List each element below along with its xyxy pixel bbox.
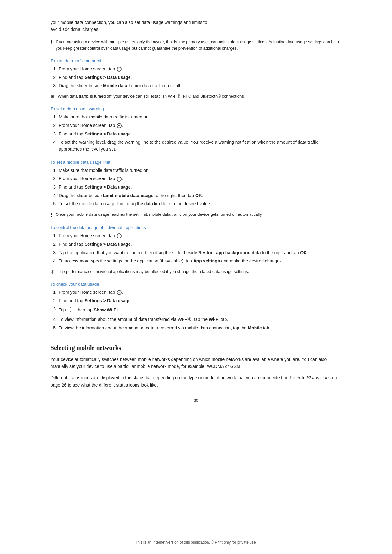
section-heading-limit: To set a mobile data usage limit	[51, 160, 341, 165]
tip-star-icon-control: ✳	[51, 269, 55, 275]
page: your mobile data connection, you can als…	[0, 0, 392, 554]
section-warning: To set a data usage warning 1 Make sure …	[51, 106, 341, 153]
section-selecting-mobile: Selecting mobile networks Your device au…	[51, 344, 341, 389]
step-ch1: 1 From your Home screen, tap .	[51, 289, 341, 296]
step-c1: 1 From your Home screen, tap .	[51, 232, 341, 239]
home-screen-icon-w2	[117, 123, 122, 128]
tip-block-control: ✳ The performance of individual applicat…	[51, 268, 341, 275]
step-3: 3 Drag the slider beside Mobile data to …	[51, 82, 341, 89]
step-w3: 3 Find and tap Settings > Data usage.	[51, 131, 341, 138]
section-check: To check your data usage 1 From your Hom…	[51, 282, 341, 332]
home-screen-icon-l2	[117, 177, 122, 182]
section-control: To control the data usage of individual …	[51, 225, 341, 275]
section-heading-check: To check your data usage	[51, 282, 341, 286]
steps-list-control: 1 From your Home screen, tap . 2 Find an…	[51, 232, 341, 265]
selecting-mobile-para2: Different status icons are displayed in …	[51, 374, 341, 388]
step-ch4: 4 To view information about the amount o…	[51, 316, 341, 323]
home-screen-icon-ch1	[117, 290, 122, 295]
step-l4: 4 Drag the slider beside Limit mobile da…	[51, 192, 341, 199]
step-ch5: 5 To view the information about the amou…	[51, 325, 341, 332]
note-block-limit: ! Once your mobile data usage reaches th…	[51, 211, 341, 218]
step-w2: 2 From your Home screen, tap .	[51, 122, 341, 129]
step-ch3: 3 Tap ⋮, then tap Show Wi-Fi.	[51, 306, 341, 315]
step-2: 2 Find and tap Settings > Data usage.	[51, 74, 341, 81]
step-l3: 3 Find and tap Settings > Data usage.	[51, 184, 341, 191]
exclamation-icon-limit: !	[51, 212, 52, 218]
note-block-multiuser: ! If you are using a device with multipl…	[51, 39, 341, 51]
section-title-selecting-mobile: Selecting mobile networks	[51, 344, 341, 352]
page-footer: This is an Internet version of this publ…	[0, 540, 392, 545]
steps-list-check: 1 From your Home screen, tap . 2 Find an…	[51, 289, 341, 332]
section-limit: To set a mobile data usage limit 1 Make …	[51, 160, 341, 218]
step-ch2: 2 Find and tap Settings > Data usage.	[51, 298, 341, 304]
steps-list-limit: 1 Make sure that mobile data traffic is …	[51, 167, 341, 208]
step-1: 1 From your Home screen, tap .	[51, 66, 341, 73]
menu-dots-icon: ⋮	[68, 306, 73, 315]
home-screen-icon-c1	[117, 233, 122, 238]
section-heading-warning: To set a data usage warning	[51, 106, 341, 111]
step-l2: 2 From your Home screen, tap .	[51, 175, 341, 182]
step-c3: 3 Tap the application that you want to c…	[51, 250, 341, 256]
section-heading-control: To control the data usage of individual …	[51, 225, 341, 230]
step-w4: 4 To set the warning level, drag the war…	[51, 139, 341, 153]
steps-list-warning: 1 Make sure that mobile data traffic is …	[51, 114, 341, 153]
step-l1: 1 Make sure that mobile data traffic is …	[51, 167, 341, 174]
page-number: 36	[51, 398, 341, 403]
home-screen-icon	[117, 67, 122, 72]
step-w1: 1 Make sure that mobile data traffic is …	[51, 114, 341, 121]
step-c2: 2 Find and tap Settings > Data usage.	[51, 241, 341, 248]
tip-star-icon: ✳	[51, 94, 55, 99]
section-turn-data: To turn data traffic on or off 1 From yo…	[51, 58, 341, 99]
intro-text: your mobile data connection, you can als…	[51, 19, 341, 33]
steps-list-turn-data: 1 From your Home screen, tap . 2 Find an…	[51, 66, 341, 89]
section-heading-turn-data: To turn data traffic on or off	[51, 58, 341, 63]
step-c4: 4 To access more specific settings for t…	[51, 258, 341, 265]
step-l5: 5 To set the mobile data usage limit, dr…	[51, 201, 341, 208]
selecting-mobile-para1: Your device automatically switches betwe…	[51, 356, 341, 370]
exclamation-icon: !	[51, 39, 52, 46]
tip-block-wifi: ✳ When data traffic is turned off, your …	[51, 93, 341, 99]
